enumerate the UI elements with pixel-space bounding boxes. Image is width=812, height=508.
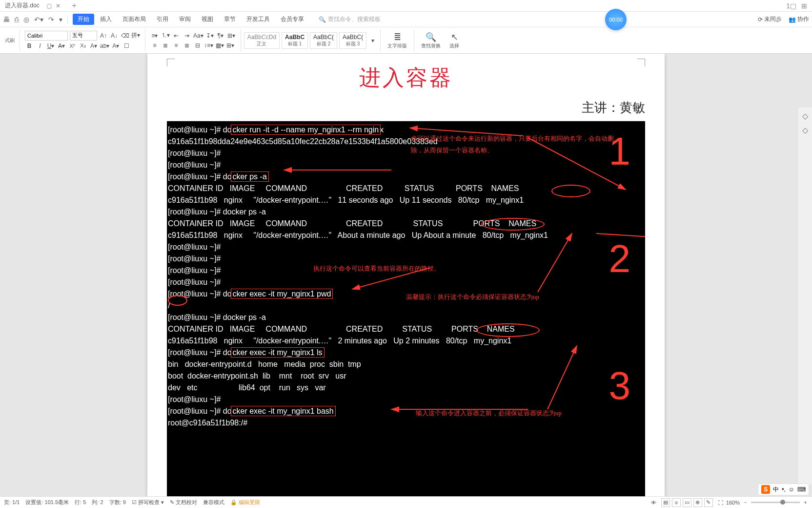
zoom-fit-icon[interactable]: ⛶ [718, 500, 723, 506]
distribute-icon[interactable]: ⊟ [193, 41, 202, 50]
bullets-icon[interactable]: ≡▾ [150, 31, 159, 40]
zoom-out-icon[interactable]: － [743, 499, 748, 506]
outdent-icon[interactable]: ⇤ [172, 31, 181, 40]
style-normal[interactable]: AaBbCcDd 正文 [244, 32, 280, 49]
style-h1[interactable]: AaBbC 标题 1 [282, 32, 308, 49]
more-qa-icon[interactable]: ▾ [59, 16, 62, 23]
view-draft-icon[interactable]: ✎ [704, 498, 713, 507]
style-h3[interactable]: AaBbC( 标题 3 [339, 32, 366, 49]
pinyin-icon[interactable]: 拼▾ [131, 31, 140, 40]
status-col[interactable]: 列: 2 [92, 499, 103, 506]
font-name-select[interactable] [25, 31, 68, 41]
status-page[interactable]: 页: 1/1 [4, 499, 20, 506]
ime-keyboard-icon[interactable]: ⌨ [797, 486, 806, 493]
highlight-icon[interactable]: ab▾ [100, 42, 109, 50]
sync-status[interactable]: ⟳ 未同步 [758, 15, 782, 23]
format-painter-label[interactable]: 式刷 [5, 37, 15, 44]
superscript-icon[interactable]: X² [68, 42, 77, 50]
font-effect-icon[interactable]: A▾ [111, 42, 120, 50]
zoom-value[interactable]: 160% [726, 500, 740, 506]
command-search[interactable]: 🔍 查找命令、搜索模板 [319, 15, 381, 23]
tab-close-icon[interactable]: ✕ [56, 2, 61, 9]
status-row[interactable]: 行: 5 [75, 499, 86, 506]
tab-chapter[interactable]: 章节 [219, 14, 241, 25]
menu-row: 🖶 ⎙ ◎ ↶▾ ↷ ▾ 开始 插入 页面布局 引用 审阅 视图 章节 开发工具… [0, 12, 812, 27]
document-tab[interactable]: 进入容器.doc ▢ ✕ [0, 0, 65, 11]
collab-button[interactable]: 👥 协作 [789, 15, 809, 23]
tab-member[interactable]: 会员专享 [276, 14, 309, 25]
grow-font-icon[interactable]: A↑ [99, 31, 108, 40]
indent-icon[interactable]: ⇥ [183, 31, 191, 40]
case-icon[interactable]: Aa▾ [193, 31, 203, 40]
tab-start[interactable]: 开始 [73, 14, 94, 25]
view-outline-icon[interactable]: ≡ [672, 498, 681, 507]
font-size-select[interactable] [70, 31, 97, 41]
status-lock[interactable]: 🔒 编辑受限 [230, 499, 260, 506]
align-right-icon[interactable]: ≡ [172, 41, 181, 50]
underline-icon[interactable]: U▾ [46, 42, 55, 50]
ime-emoji[interactable]: ☺ [789, 486, 794, 493]
font-color-icon[interactable]: A▾ [89, 42, 98, 50]
grid-icon[interactable]: ⊞ [801, 2, 807, 10]
select-button[interactable]: ↖ 选择 [446, 32, 463, 49]
ime-lang[interactable]: 中 [773, 486, 779, 494]
record-timer[interactable]: 00:00 [605, 9, 627, 30]
tab-review[interactable]: 审阅 [174, 14, 196, 25]
tab-pin-icon[interactable]: ▢ [46, 2, 52, 9]
new-tab-button[interactable]: ＋ [65, 0, 83, 11]
oval-slash [168, 295, 187, 306]
find-replace-button[interactable]: 🔍 查找替换 [417, 32, 445, 49]
undo-icon[interactable]: ↶▾ [34, 16, 43, 23]
tab-insert[interactable]: 插入 [95, 14, 117, 25]
shrink-font-icon[interactable]: A↓ [110, 31, 119, 40]
redo-icon[interactable]: ↷ [48, 16, 54, 23]
print-preview-icon[interactable]: ⎙ [15, 16, 19, 23]
tab-dev[interactable]: 开发工具 [242, 14, 275, 25]
style-h2[interactable]: AaBbC( 标题 2 [310, 32, 337, 49]
status-spellcheck[interactable]: ☑ 拼写检查 ▾ [132, 499, 164, 506]
borders-icon[interactable]: ⊞▾ [226, 41, 235, 50]
terminal-line: c916a51f1b98 nginx "/docker-entrypoint.…… [168, 230, 644, 241]
tabs-icon[interactable]: ⊞▾ [227, 31, 236, 40]
window-mode-icon[interactable]: 1▢ [786, 2, 796, 10]
styles-gallery[interactable]: AaBbCcDd 正文 AaBbC 标题 1 AaBbC( 标题 2 AaBbC… [244, 32, 377, 49]
rail-icon[interactable]: ◇ [802, 126, 808, 135]
view-page-icon[interactable]: ▤ [661, 498, 670, 507]
zoom-control[interactable]: ⛶ 160% － ＋ [718, 499, 808, 506]
strike-icon[interactable]: A̶▾ [57, 42, 66, 50]
status-position[interactable]: 设置值: 101.5毫米 [25, 499, 69, 506]
tab-pagelayout[interactable]: 页面布局 [118, 14, 151, 25]
status-chars[interactable]: 字数: 9 [109, 499, 126, 506]
print-icon[interactable]: 🖶 [3, 16, 10, 23]
char-border-icon[interactable]: ☐ [122, 42, 131, 50]
zoom-in-icon[interactable]: ＋ [803, 499, 808, 506]
eye-icon[interactable]: 👁 [651, 500, 656, 506]
show-marks-icon[interactable]: ¶▾ [216, 31, 225, 40]
shading-icon[interactable]: ▦▾ [215, 41, 224, 50]
subscript-icon[interactable]: X₂ [79, 42, 87, 50]
tab-reference[interactable]: 引用 [152, 14, 173, 25]
align-center-icon[interactable]: ≣ [161, 41, 170, 50]
ime-punct[interactable]: •, [782, 486, 786, 493]
document-area[interactable]: 进入容器 主讲：黄敏 [root@liuxu ~]# docker run -i… [0, 54, 812, 496]
zoom-slider[interactable] [751, 502, 800, 503]
clear-format-icon[interactable]: ⌫ [121, 31, 129, 40]
ime-bar[interactable]: S 中 •, ☺ ⌨ [758, 484, 809, 495]
view-web-icon[interactable]: ⊕ [693, 498, 702, 507]
justify-icon[interactable]: ≣ [183, 41, 191, 50]
bold-icon[interactable]: B [25, 42, 34, 50]
status-compat[interactable]: 兼容模式 [203, 499, 224, 506]
tab-view[interactable]: 视图 [197, 14, 218, 25]
rail-icon[interactable]: ◇ [802, 111, 808, 121]
italic-icon[interactable]: I [36, 42, 44, 50]
quick-print-icon[interactable]: ◎ [23, 16, 29, 23]
numbering-icon[interactable]: ⒈▾ [161, 31, 170, 40]
line-spacing-icon[interactable]: ↕≡▾ [204, 41, 213, 50]
styles-more-icon[interactable]: ▾ [368, 36, 377, 45]
text-layout-button[interactable]: ≣ 文字排版 [384, 32, 411, 49]
status-doccheck[interactable]: ✎ 文档校对 [170, 499, 197, 506]
align-left-icon[interactable]: ≡ [150, 41, 159, 50]
view-mode-buttons: ▤ ≡ ▭ ⊕ ✎ [661, 498, 713, 507]
view-read-icon[interactable]: ▭ [683, 498, 691, 507]
sort-icon[interactable]: ↧▾ [205, 31, 214, 40]
